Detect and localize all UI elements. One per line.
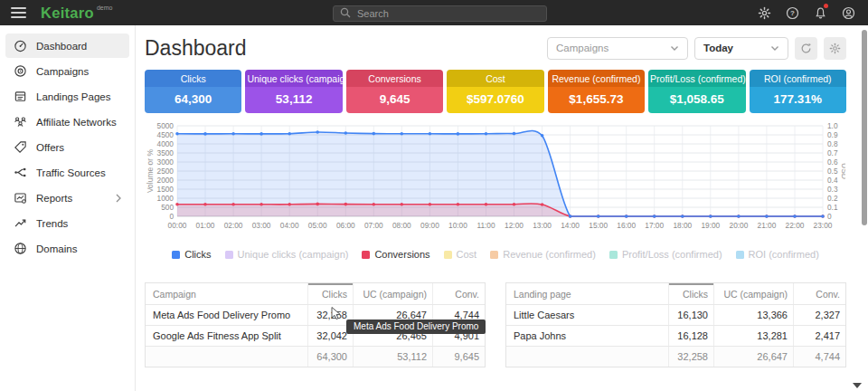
notifications-icon[interactable] xyxy=(813,5,827,20)
sidebar-item-label: Dashboard xyxy=(36,41,87,52)
svg-text:3500: 3500 xyxy=(157,148,175,157)
legend-item-unique-clicks-campaign[interactable]: Unique clicks (campaign) xyxy=(225,249,349,260)
totals-value: 64,300 xyxy=(307,347,353,367)
svg-text:15:00: 15:00 xyxy=(589,221,608,230)
scroll-down-arrow-icon[interactable] xyxy=(853,383,862,388)
sidebar-item-traffic-sources[interactable]: Traffic Sources xyxy=(5,160,129,185)
period-filter-select[interactable]: Today xyxy=(694,37,788,60)
svg-text:0: 0 xyxy=(827,212,832,221)
column-header-clicks[interactable]: Clicks xyxy=(668,283,713,304)
column-header-clicks[interactable]: Clicks xyxy=(307,283,353,304)
svg-text:03:00: 03:00 xyxy=(252,221,271,230)
svg-text:02:00: 02:00 xyxy=(224,221,243,230)
legend-item-roi-confirmed[interactable]: ROI (confirmed) xyxy=(736,249,819,260)
scrollbar-thumb[interactable] xyxy=(862,30,867,225)
search-icon xyxy=(340,7,351,18)
sidebar-item-offers[interactable]: Offers xyxy=(5,135,129,159)
row-name[interactable]: Meta Ads Food Delivery Promo xyxy=(146,305,307,325)
table-totals-row: 64,30053,1129,645 xyxy=(146,346,485,367)
row-name[interactable]: Papa Johns xyxy=(506,326,668,346)
settings-icon[interactable] xyxy=(757,5,771,20)
column-header-conv[interactable]: Conv. xyxy=(432,283,485,304)
sidebar: DashboardCampaignsLandings PagesAffiliat… xyxy=(0,25,136,391)
legend-swatch xyxy=(444,251,452,259)
account-icon[interactable] xyxy=(841,5,855,20)
metric-card-clicks: Clicks64,300 xyxy=(145,70,241,113)
metric-cards: Clicks64,300Unique clicks (campaign)53,1… xyxy=(145,70,846,113)
column-header-conv[interactable]: Conv. xyxy=(793,283,845,304)
table-row[interactable]: Little Caesars16,13013,3662,327 xyxy=(506,304,845,325)
sidebar-item-label: Domains xyxy=(36,243,77,254)
chevron-down-icon xyxy=(770,45,779,52)
legend-swatch xyxy=(736,251,744,259)
table-header-row: Landing pageClicksUC (campaign)Conv. xyxy=(506,283,845,304)
reports-icon xyxy=(14,191,27,205)
svg-text:0.9: 0.9 xyxy=(827,130,838,139)
column-header-uc-campaign[interactable]: UC (campaign) xyxy=(713,283,793,304)
refresh-button[interactable] xyxy=(795,37,817,60)
svg-text:0.8: 0.8 xyxy=(827,139,838,148)
legend-item-profit-loss-confirmed[interactable]: Profit/Loss (confirmed) xyxy=(609,249,722,260)
logo-demo-badge: demo xyxy=(97,5,113,11)
svg-text:5000: 5000 xyxy=(157,121,175,130)
campaign-filter-select[interactable]: Campaigns xyxy=(547,37,688,60)
dashboard-settings-button[interactable] xyxy=(824,37,846,60)
svg-text:4500: 4500 xyxy=(157,130,175,139)
metric-label: Conversions xyxy=(346,70,443,87)
svg-text:00:00: 00:00 xyxy=(168,221,187,230)
legend-item-conversions[interactable]: Conversions xyxy=(362,249,429,260)
sidebar-item-trends[interactable]: Trends xyxy=(5,211,129,235)
sidebar-item-reports[interactable]: Reports xyxy=(5,186,129,210)
svg-text:19:00: 19:00 xyxy=(701,221,720,230)
column-header-landing-page[interactable]: Landing page xyxy=(506,283,668,304)
column-header-uc-campaign[interactable]: UC (campaign) xyxy=(353,283,432,304)
totals-value: 26,647 xyxy=(713,347,793,367)
search-input[interactable] xyxy=(333,5,547,22)
help-icon[interactable]: ? xyxy=(785,5,799,20)
sidebar-item-label: Campaigns xyxy=(36,66,89,77)
svg-text:08:00: 08:00 xyxy=(392,221,411,230)
metric-value: 53,112 xyxy=(245,87,342,113)
svg-text:0.5: 0.5 xyxy=(827,167,838,176)
traffic-chart[interactable]: 0500100015002000250030003500400045005000… xyxy=(145,119,846,238)
main-content: Dashboard Campaigns Today Clicks64,300Un xyxy=(136,25,868,391)
column-header-campaign[interactable]: Campaign xyxy=(146,283,307,304)
app-logo[interactable]: Keitarodemo xyxy=(41,5,112,22)
metric-card-cost: Cost$597.0760 xyxy=(447,70,543,113)
domains-icon xyxy=(14,242,27,255)
legend-item-cost[interactable]: Cost xyxy=(444,249,477,260)
metric-value: $1,655.73 xyxy=(548,87,645,113)
menu-icon[interactable] xyxy=(11,5,26,21)
sidebar-item-landings-pages[interactable]: Landings Pages xyxy=(5,84,129,109)
svg-text:17:00: 17:00 xyxy=(645,221,664,230)
row-name[interactable]: Google Ads Fitness App Split xyxy=(146,326,307,346)
metric-value: 64,300 xyxy=(145,87,241,113)
svg-text:05:00: 05:00 xyxy=(308,221,327,230)
legend-item-clicks[interactable]: Clicks xyxy=(172,249,211,260)
totals-value: 9,645 xyxy=(432,347,485,367)
tables-row: CampaignClicksUC (campaign)Conv.Meta Ads… xyxy=(145,282,846,367)
row-name[interactable]: Little Caesars xyxy=(506,305,668,325)
svg-text:11:00: 11:00 xyxy=(476,221,495,230)
svg-text:1000: 1000 xyxy=(157,194,175,203)
sidebar-item-campaigns[interactable]: Campaigns xyxy=(5,59,129,83)
totals-spacer xyxy=(146,347,307,367)
landings-pages-icon xyxy=(14,90,27,103)
legend-item-revenue-confirmed[interactable]: Revenue (confirmed) xyxy=(490,249,596,260)
svg-text:23:00: 23:00 xyxy=(814,221,833,230)
row-value: 2,327 xyxy=(793,305,845,325)
svg-text:0.3: 0.3 xyxy=(827,185,838,194)
svg-text:1.0: 1.0 xyxy=(827,121,838,130)
sidebar-item-label: Affiliate Networks xyxy=(36,117,117,128)
metric-card-revenue-confirmed: Revenue (confirmed)$1,655.73 xyxy=(548,70,645,113)
trends-icon xyxy=(14,216,27,230)
sidebar-item-affiliate-networks[interactable]: Affiliate Networks xyxy=(5,110,129,134)
app-topbar: Keitarodemo ? xyxy=(0,0,868,25)
legend-label: Conversions xyxy=(374,249,429,260)
svg-text:01:00: 01:00 xyxy=(196,221,215,230)
svg-text:1500: 1500 xyxy=(157,185,175,194)
table-row[interactable]: Papa Johns16,12813,2812,417 xyxy=(506,325,845,346)
sidebar-item-domains[interactable]: Domains xyxy=(5,236,129,261)
sidebar-item-dashboard[interactable]: Dashboard xyxy=(5,33,129,58)
metric-label: Revenue (confirmed) xyxy=(548,70,645,87)
